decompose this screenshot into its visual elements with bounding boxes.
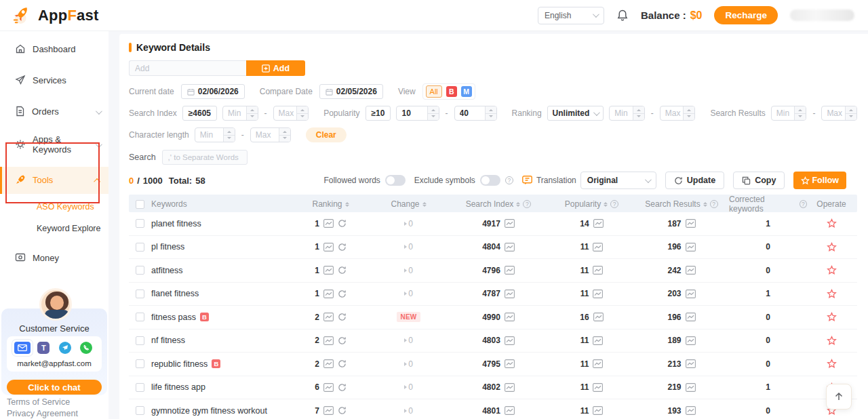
refresh-icon[interactable] [338, 336, 347, 345]
sidebar-item-dashboard[interactable]: Dashboard [0, 37, 108, 62]
line-chart-icon[interactable] [686, 290, 696, 298]
email-channel-button[interactable] [12, 340, 33, 356]
refresh-icon[interactable] [338, 359, 347, 368]
sort-arrows-icon[interactable] [422, 201, 427, 207]
sidebar-item-apps-keywords[interactable]: Apps & Keywords [0, 130, 108, 160]
refresh-icon[interactable] [338, 290, 347, 298]
sort-arrows-icon[interactable] [516, 201, 520, 207]
line-chart-icon[interactable] [505, 219, 515, 228]
star-outline-icon[interactable] [827, 289, 837, 299]
line-chart-icon[interactable] [686, 219, 696, 228]
line-chart-icon[interactable] [323, 359, 334, 368]
recharge-button[interactable]: Recharge [714, 6, 778, 24]
line-chart-icon[interactable] [505, 383, 515, 392]
line-chart-icon[interactable] [593, 219, 604, 228]
search-index-max-input[interactable] [273, 106, 309, 121]
search-index-min-input[interactable] [222, 106, 258, 121]
view-b-button[interactable]: B [446, 86, 457, 97]
back-to-top-button[interactable] [826, 384, 852, 410]
privacy-agreement-link[interactable]: Privacy Agreement [7, 408, 78, 419]
followed-words-toggle[interactable] [385, 175, 406, 186]
col-search-index[interactable]: Search Index ? [448, 199, 549, 209]
translation-select[interactable]: Original [580, 172, 656, 189]
sidebar-subitem-aso-keywords[interactable]: ASO Keywords [0, 198, 108, 216]
refresh-icon[interactable] [338, 383, 347, 392]
whatsapp-channel-button[interactable] [76, 340, 96, 356]
ranking-max-input[interactable] [660, 106, 696, 121]
line-chart-icon[interactable] [686, 406, 696, 415]
telegram-channel-button[interactable] [55, 340, 75, 356]
line-chart-icon[interactable] [323, 290, 334, 298]
row-checkbox[interactable] [136, 406, 144, 415]
sort-arrows-icon[interactable] [703, 201, 707, 207]
sidebar-item-money[interactable]: Money [0, 245, 108, 271]
col-search-results[interactable]: Search Results ? [634, 199, 729, 209]
sidebar-item-services[interactable]: Services [0, 68, 108, 94]
follow-button[interactable]: Follow [793, 172, 846, 189]
line-chart-icon[interactable] [323, 266, 334, 275]
star-outline-icon[interactable] [827, 218, 837, 228]
popularity-threshold[interactable]: ≥10 [366, 106, 391, 121]
terms-of-service-link[interactable]: Terms of Service [7, 397, 78, 408]
search-results-max-input[interactable] [821, 106, 857, 121]
row-checkbox[interactable] [136, 219, 144, 228]
refresh-icon[interactable] [338, 266, 347, 275]
row-checkbox[interactable] [136, 359, 144, 368]
row-checkbox[interactable] [136, 290, 144, 298]
sort-arrows-icon[interactable] [604, 201, 608, 207]
row-checkbox[interactable] [136, 336, 144, 345]
search-keywords-input[interactable] [162, 150, 248, 165]
line-chart-icon[interactable] [593, 313, 604, 321]
row-checkbox[interactable] [136, 313, 144, 321]
click-to-chat-button[interactable]: Click to chat [7, 380, 102, 395]
view-m-button[interactable]: M [461, 86, 472, 97]
col-change[interactable]: Change [370, 199, 448, 209]
refresh-icon[interactable] [338, 243, 347, 252]
line-chart-icon[interactable] [593, 336, 603, 345]
compare-date-input[interactable]: 02/05/2026 [319, 84, 383, 99]
line-chart-icon[interactable] [505, 313, 515, 321]
sidebar-subitem-keyword-explore[interactable]: Keyword Explore [0, 220, 108, 237]
refresh-icon[interactable] [338, 313, 347, 321]
star-outline-icon[interactable] [827, 242, 837, 252]
language-select[interactable]: English [538, 7, 604, 24]
exclude-symbols-toggle[interactable] [480, 175, 500, 186]
teams-channel-button[interactable]: T [33, 340, 54, 356]
sidebar-item-orders[interactable]: Orders [0, 99, 108, 125]
line-chart-icon[interactable] [323, 219, 334, 228]
popularity-max-input[interactable] [454, 106, 497, 121]
current-date-input[interactable]: 02/06/2026 [181, 84, 245, 99]
character-length-min-input[interactable] [195, 127, 235, 142]
ranking-min-input[interactable] [609, 106, 645, 121]
star-outline-icon[interactable] [827, 312, 837, 322]
search-index-threshold[interactable]: ≥4605 [182, 106, 217, 121]
sort-arrows-icon[interactable] [345, 201, 349, 207]
line-chart-icon[interactable] [323, 313, 334, 321]
star-outline-icon[interactable] [827, 359, 837, 369]
search-results-min-input[interactable] [771, 106, 807, 121]
ranking-select[interactable]: Unlimited [547, 106, 604, 121]
line-chart-icon[interactable] [686, 359, 696, 368]
line-chart-icon[interactable] [686, 336, 696, 345]
line-chart-icon[interactable] [686, 383, 696, 392]
view-all-button[interactable]: All [426, 85, 442, 98]
line-chart-icon[interactable] [593, 290, 603, 298]
row-checkbox[interactable] [136, 243, 144, 252]
update-button[interactable]: Update [665, 172, 724, 189]
line-chart-icon[interactable] [686, 243, 696, 252]
col-ranking[interactable]: Ranking [292, 199, 370, 209]
star-outline-icon[interactable] [827, 265, 837, 275]
col-popularity[interactable]: Popularity ? [549, 199, 634, 209]
line-chart-icon[interactable] [323, 243, 334, 252]
add-keyword-button[interactable]: Add [246, 60, 305, 76]
line-chart-icon[interactable] [323, 336, 334, 345]
line-chart-icon[interactable] [505, 336, 515, 345]
line-chart-icon[interactable] [686, 313, 696, 321]
row-checkbox[interactable] [136, 266, 144, 275]
bell-icon[interactable] [616, 9, 629, 22]
row-checkbox[interactable] [136, 383, 144, 392]
line-chart-icon[interactable] [323, 383, 334, 392]
sidebar-item-tools[interactable]: Tools [0, 167, 108, 194]
character-length-max-input[interactable] [250, 127, 291, 142]
add-keyword-input[interactable] [129, 60, 246, 76]
